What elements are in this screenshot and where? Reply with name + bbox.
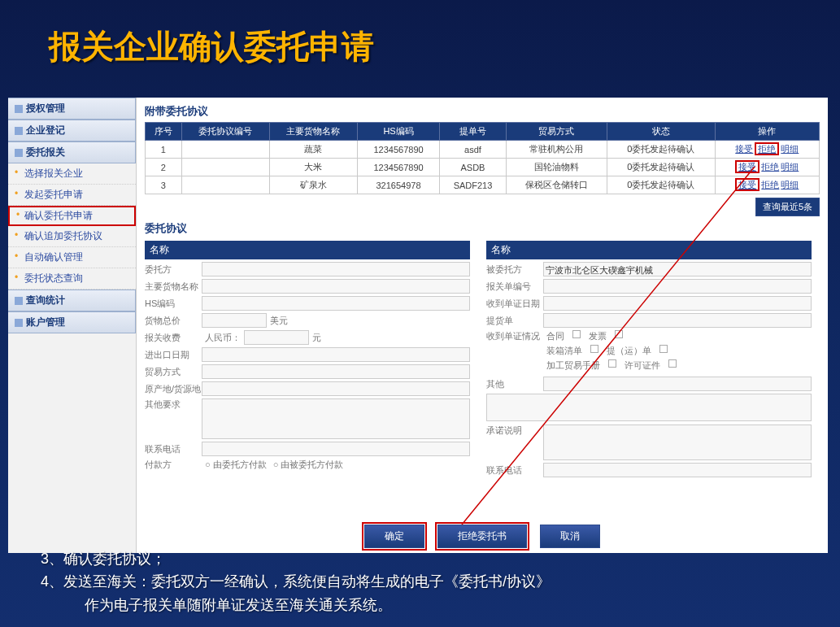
sidebar: 授权管理 企业登记 委托报关 选择报关企业 发起委托申请 确认委托书申请 确认追… xyxy=(8,98,137,553)
label-other-req: 其他要求 xyxy=(145,398,202,411)
label-agent: 被委托方 xyxy=(486,263,543,276)
col-goods: 主要货物名称 xyxy=(269,123,357,141)
note-line-2: 4、发送至海关：委托双方一经确认，系统便自动将生成的电子《委托书/协议》 xyxy=(41,570,551,594)
sidebar-item-auto[interactable]: 自动确认管理 xyxy=(8,247,136,268)
reject-button[interactable]: 拒绝委托书 xyxy=(437,525,527,548)
label-docs: 收到单证情况 xyxy=(486,330,543,342)
doc-bill: 提（运）单 xyxy=(607,345,651,357)
col-ops: 操作 xyxy=(715,123,819,141)
table-row: 1蔬菜1234567890asdf常驻机构公用0委托发起待确认 接受拒绝明细 xyxy=(146,141,820,159)
doc-invoice: 发票 xyxy=(589,330,607,342)
col-no: 序号 xyxy=(146,123,182,141)
op-detail[interactable]: 明细 xyxy=(781,180,799,189)
op-reject[interactable]: 拒绝 xyxy=(761,180,779,189)
main-content: 附带委托协议 序号 委托协议编号 主要货物名称 HS编码 提单号 贸易方式 状态… xyxy=(137,98,828,553)
left-form-header: 名称 xyxy=(145,241,470,259)
op-accept[interactable]: 接受 xyxy=(735,178,759,191)
label-promise: 承诺说明 xyxy=(486,425,543,437)
input-trade[interactable] xyxy=(202,364,470,379)
note-line-3: 作为电子报关单随附单证发送至海关通关系统。 xyxy=(41,594,551,617)
input-recv-date[interactable] xyxy=(543,296,812,311)
sidebar-section-enterprise[interactable]: 企业登记 xyxy=(8,120,136,142)
table-row: 2大米1234567890ASDB国轮油物料0委托发起待确认 接受拒绝明细 xyxy=(146,159,820,176)
label-payer: 付款方 xyxy=(145,459,202,471)
input-date[interactable] xyxy=(202,347,470,362)
label-phone: 联系电话 xyxy=(145,443,202,455)
folder-icon xyxy=(15,105,23,113)
note-line-1: 3、确认委托协议； xyxy=(41,547,551,571)
agreement-table: 序号 委托协议编号 主要货物名称 HS编码 提单号 贸易方式 状态 操作 1蔬菜… xyxy=(145,122,820,194)
radio-opt1[interactable]: ○ 由委托方付款 xyxy=(205,459,267,471)
right-form-header: 名称 xyxy=(486,241,812,259)
slide-title: 报关企业确认委托申请 xyxy=(0,0,840,85)
label-fee: 报关收费 xyxy=(145,332,202,344)
doc-contract: 合同 xyxy=(546,330,564,342)
label-origin: 原产地/货源地 xyxy=(145,383,202,395)
input-phone[interactable] xyxy=(202,442,470,456)
col-status: 状态 xyxy=(607,123,715,141)
folder-icon xyxy=(15,127,23,135)
grid-area xyxy=(486,394,812,421)
op-reject[interactable]: 拒绝 xyxy=(755,142,779,155)
unit-yuan: 元 xyxy=(312,332,321,344)
label-decl-no: 报关单编号 xyxy=(486,281,543,293)
recent-query-button[interactable]: 查询最近5条 xyxy=(755,198,820,216)
input-phone-r[interactable] xyxy=(543,463,812,477)
op-accept[interactable]: 接受 xyxy=(735,144,753,154)
input-hs[interactable] xyxy=(202,296,470,311)
cancel-button[interactable]: 取消 xyxy=(540,525,600,548)
input-fee[interactable] xyxy=(244,330,309,345)
sidebar-item-append[interactable]: 确认追加委托协议 xyxy=(8,226,136,247)
op-accept[interactable]: 接受 xyxy=(735,160,759,173)
label-phone-r: 联系电话 xyxy=(486,464,543,477)
label-recv-date: 收到单证日期 xyxy=(486,298,543,310)
label-goods: 主要货物名称 xyxy=(145,281,202,293)
bottom-buttons: 确定 拒绝委托书 取消 xyxy=(137,525,828,548)
left-form: 名称 委托方 主要货物名称 HS编码 货物总价美元 报关收费人民币：元 进出口日… xyxy=(145,241,470,480)
chk-contract[interactable] xyxy=(572,330,581,338)
input-promise[interactable] xyxy=(543,425,812,460)
radio-opt2[interactable]: ○ 由被委托方付款 xyxy=(273,459,344,471)
slide-notes: 3、确认委托协议； 4、发送至海关：委托双方一经确认，系统便自动将生成的电子《委… xyxy=(41,547,551,617)
input-decl-no[interactable] xyxy=(543,279,812,294)
input-agent[interactable]: 宁波市北仑区大碶鑫宇机械 xyxy=(543,262,812,276)
sidebar-section-entrust[interactable]: 委托报关 xyxy=(8,142,136,163)
op-detail[interactable]: 明细 xyxy=(781,144,799,154)
upper-section-title: 附带委托协议 xyxy=(145,104,820,119)
label-client: 委托方 xyxy=(145,263,202,276)
input-total[interactable] xyxy=(202,313,267,328)
chk-invoice[interactable] xyxy=(615,330,623,338)
sidebar-section-auth[interactable]: 授权管理 xyxy=(8,98,136,120)
input-other[interactable] xyxy=(543,377,812,391)
label-date: 进出口日期 xyxy=(145,349,202,361)
col-trade: 贸易方式 xyxy=(506,123,607,141)
doc-license: 许可证件 xyxy=(625,359,660,372)
col-bill: 提单号 xyxy=(440,123,507,141)
input-bill[interactable] xyxy=(543,313,812,328)
sidebar-item-confirm[interactable]: 确认委托书申请 xyxy=(8,206,136,226)
doc-manual: 加工贸易手册 xyxy=(546,359,600,372)
op-reject[interactable]: 拒绝 xyxy=(761,162,779,172)
label-total: 货物总价 xyxy=(145,315,202,327)
sidebar-section-account[interactable]: 账户管理 xyxy=(8,311,136,333)
input-goods[interactable] xyxy=(202,279,470,294)
col-hs: HS编码 xyxy=(357,123,439,141)
input-other-req[interactable] xyxy=(202,398,470,439)
label-other: 其他 xyxy=(486,378,543,390)
chk-bill[interactable] xyxy=(659,345,668,353)
confirm-button[interactable]: 确定 xyxy=(364,525,424,548)
app-screenshot: 授权管理 企业登记 委托报关 选择报关企业 发起委托申请 确认委托书申请 确认追… xyxy=(8,98,828,553)
op-detail[interactable]: 明细 xyxy=(781,162,799,172)
unit-usd: 美元 xyxy=(270,315,288,327)
chk-manual[interactable] xyxy=(608,359,616,368)
input-origin[interactable] xyxy=(202,381,470,396)
chk-license[interactable] xyxy=(668,359,677,368)
folder-icon xyxy=(15,319,23,327)
sidebar-item-status[interactable]: 委托状态查询 xyxy=(8,268,136,290)
chk-packing[interactable] xyxy=(590,345,598,353)
sidebar-item-select[interactable]: 选择报关企业 xyxy=(8,163,136,185)
sidebar-item-apply[interactable]: 发起委托申请 xyxy=(8,185,136,206)
input-client[interactable] xyxy=(202,262,470,276)
sidebar-section-query[interactable]: 查询统计 xyxy=(8,290,136,311)
prefix-rmb: 人民币： xyxy=(205,332,241,344)
